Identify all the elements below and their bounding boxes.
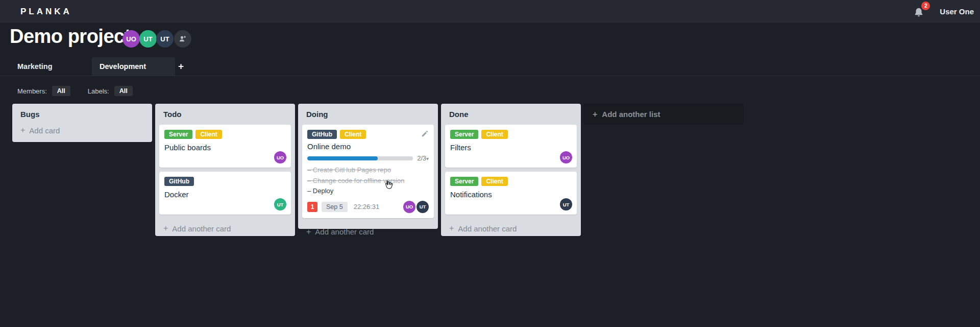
list-title[interactable]: Done bbox=[441, 104, 581, 121]
list-title[interactable]: Doing bbox=[298, 104, 438, 121]
add-board-button[interactable]: + bbox=[178, 57, 184, 76]
tab-marketing[interactable]: Marketing bbox=[17, 57, 53, 76]
avatar[interactable]: UT bbox=[560, 198, 572, 211]
card-title: Online demo bbox=[307, 142, 429, 151]
plus-icon: + bbox=[593, 110, 597, 119]
task-item[interactable]: Deploy bbox=[307, 186, 429, 197]
label-chip: Client bbox=[481, 130, 507, 139]
progress-count[interactable]: 2/3 bbox=[418, 155, 426, 162]
plus-icon: + bbox=[163, 224, 168, 233]
edit-card-button[interactable] bbox=[421, 130, 429, 139]
label-chip: Client bbox=[340, 130, 366, 139]
add-user-icon bbox=[178, 34, 187, 43]
progress-track bbox=[307, 156, 413, 160]
tab-development[interactable]: Development bbox=[92, 57, 175, 76]
notifications-button[interactable]: 2 bbox=[913, 5, 926, 19]
label-chip: Server bbox=[450, 130, 478, 139]
pencil-icon bbox=[421, 130, 429, 137]
avatar[interactable]: UO bbox=[560, 151, 572, 164]
labels-filter-label: Labels: bbox=[88, 87, 109, 95]
members-filter-value[interactable]: All bbox=[52, 86, 70, 96]
plus-icon: + bbox=[20, 126, 25, 135]
label-chip: Server bbox=[450, 177, 478, 186]
task-item[interactable]: Change code for offline version bbox=[307, 176, 429, 186]
notification-count-badge: 2 bbox=[921, 2, 930, 10]
timer-value[interactable]: 22:26:31 bbox=[354, 203, 380, 211]
add-card-label: Add another card bbox=[315, 227, 374, 236]
card-public-boards[interactable]: Server Client Public boards UO bbox=[159, 125, 291, 168]
card-title: Notifications bbox=[450, 190, 572, 199]
members-filter-label: Members: bbox=[17, 87, 47, 95]
add-card-label: Add card bbox=[29, 126, 60, 135]
labels-filter-value[interactable]: All bbox=[114, 86, 133, 96]
label-chip: Client bbox=[195, 130, 222, 139]
card-title: Docker bbox=[164, 190, 286, 199]
task-item[interactable]: Create GitHub Pages repo bbox=[307, 165, 429, 176]
filter-bar: Members: All Labels: All bbox=[17, 84, 133, 98]
avatar[interactable]: UT bbox=[274, 198, 286, 211]
label-chip: Server bbox=[164, 130, 192, 139]
label-chip: Client bbox=[481, 177, 507, 186]
avatar[interactable]: UT bbox=[139, 30, 157, 48]
task-list: Create GitHub Pages repo Change code for… bbox=[307, 165, 429, 197]
add-card-button[interactable]: + Add card bbox=[12, 121, 152, 142]
add-member-button[interactable] bbox=[174, 30, 191, 48]
add-card-button[interactable]: + Add another card bbox=[298, 222, 438, 244]
card-title: Public boards bbox=[164, 143, 286, 152]
add-card-button[interactable]: + Add another card bbox=[155, 219, 295, 240]
card-footer: 1 Sep 5 22:26:31 UO UT bbox=[307, 201, 429, 213]
label-chip: GitHub bbox=[164, 177, 194, 186]
planka-board-page: PLANKA 2 User One Demo project UO UT UT bbox=[0, 0, 980, 327]
avatar[interactable]: UT bbox=[156, 30, 174, 48]
list-bugs: Bugs + Add card bbox=[12, 104, 152, 142]
card-title: Filters bbox=[450, 143, 572, 152]
progress-fill bbox=[307, 156, 378, 160]
due-date-chip[interactable]: Sep 5 bbox=[322, 202, 348, 212]
add-card-label: Add another card bbox=[172, 224, 231, 233]
project-members: UO UT UT bbox=[123, 30, 191, 48]
add-card-button[interactable]: + Add another card bbox=[441, 219, 581, 240]
tabbar-divider bbox=[0, 76, 980, 76]
add-card-label: Add another card bbox=[458, 224, 517, 233]
card-filters[interactable]: Server Client Filters UO bbox=[445, 125, 577, 168]
avatar[interactable]: UO bbox=[122, 30, 140, 48]
board-tabbar: Marketing Development + bbox=[0, 57, 980, 76]
card-notifications[interactable]: Server Client Notifications UT bbox=[445, 172, 577, 215]
list-todo: Todo Server Client Public boards UO GitH… bbox=[155, 104, 295, 236]
avatar[interactable]: UO bbox=[274, 151, 286, 164]
chevron-down-icon[interactable]: ▾ bbox=[426, 156, 429, 161]
task-progress: 2/3 ▾ bbox=[307, 155, 429, 162]
list-title[interactable]: Bugs bbox=[12, 104, 152, 121]
card-docker[interactable]: GitHub Docker UT bbox=[159, 172, 291, 215]
card-notification-badge: 1 bbox=[307, 202, 317, 212]
add-list-button[interactable]: + Add another list bbox=[583, 104, 744, 125]
avatar[interactable]: UO bbox=[403, 201, 415, 213]
add-list-label: Add another list bbox=[602, 110, 660, 119]
user-menu[interactable]: User One bbox=[940, 7, 974, 16]
avatar[interactable]: UT bbox=[416, 201, 429, 213]
card-online-demo[interactable]: GitHub Client Online demo 2/3 ▾ Create G… bbox=[302, 125, 434, 218]
list-doing: Doing GitHub Client Online demo 2/3 ▾ C bbox=[298, 104, 438, 229]
page-title: Demo project bbox=[10, 26, 131, 48]
planka-logo[interactable]: PLANKA bbox=[20, 7, 72, 17]
app-header: PLANKA 2 User One bbox=[0, 0, 980, 23]
plus-icon: + bbox=[449, 224, 454, 233]
label-chip: GitHub bbox=[307, 130, 337, 139]
list-done: Done Server Client Filters UO Server Cli… bbox=[441, 104, 581, 236]
list-title[interactable]: Todo bbox=[155, 104, 295, 121]
plus-icon: + bbox=[306, 227, 311, 237]
